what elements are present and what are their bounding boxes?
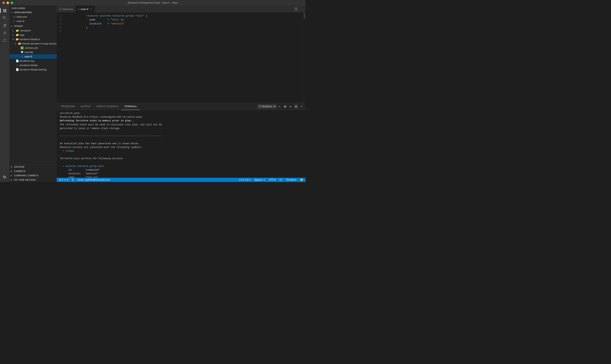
tabs-bar: ⬡ Welcome ♦ main.tf × ⋯ <box>57 5 306 13</box>
kitchen-label: kitchen-terraform-myrg-ubuntu <box>22 42 57 45</box>
sidebar-panel-commits[interactable]: ▸ COMMITS <box>10 169 57 173</box>
minimize-button[interactable] <box>6 1 9 4</box>
terminal-tab-output[interactable]: OUTPUT <box>78 103 94 110</box>
error-icon: ⊗ <box>59 179 61 181</box>
tree-item-gemfile[interactable]: ▸ 💎 Gemfile <box>10 50 57 54</box>
line-ending-label: LF <box>279 179 282 181</box>
open-editor-main-tf[interactable]: ♦ main.tf <box>10 19 57 23</box>
azure-label: Azure: rguthrie@microsoft.com <box>77 179 110 181</box>
folder-icon: 📁 <box>16 29 19 32</box>
add-terminal-button[interactable]: + <box>277 104 282 109</box>
status-line-ending[interactable]: LF <box>279 179 283 181</box>
sidebar: EXPLORER ▾ OPEN EDITORS ⬡ Welcome ♦ main… <box>10 5 57 182</box>
warning-icon: ⚠ <box>64 179 66 181</box>
terminal-controls: 2: Terraform + 🗑 ∧ × <box>257 104 304 109</box>
sidebar-item-explorer[interactable] <box>1 7 8 14</box>
activity-bar <box>0 5 10 182</box>
status-position[interactable]: Ln 5, Col 1 <box>238 179 251 181</box>
explorer-title: EXPLORER <box>10 5 57 10</box>
terminal-tab-debug[interactable]: DEBUG CONSOLE <box>94 103 121 110</box>
scrollbar-thumb <box>304 13 305 19</box>
sidebar-item-git[interactable] <box>1 22 8 29</box>
tab-close-button[interactable]: × <box>89 7 93 11</box>
term-line-3: Refreshing Terraform state in-memory pri… <box>60 119 302 123</box>
sidebar-bottom-panels: ▸ DOCKER ▸ COMMITS ▸ COMPARE COMMITS ▸ I… <box>10 165 57 182</box>
code-editor-wrapper: 1 resource azurerm_resource_group "test"… <box>57 13 306 103</box>
tree-item-main-tf-selected[interactable]: ▸ ♦ main.tf <box>10 54 57 59</box>
problems-tab-label: PROBLEMS <box>61 105 75 108</box>
tab-welcome[interactable]: ⬡ Welcome <box>57 5 76 13</box>
terraform-file-icon: ♦ <box>13 20 16 23</box>
status-language[interactable]: Terraform <box>285 179 297 181</box>
iot-hub-devices-label: IOT HUB DEVICES <box>14 179 36 181</box>
kill-terminal-button[interactable]: 🗑 <box>283 104 287 109</box>
chevron-down-icon-3: ▾ <box>15 42 17 45</box>
status-encoding[interactable]: UTF-8 <box>268 179 276 181</box>
status-lightning[interactable]: ⚡ <box>70 179 75 181</box>
folder-open-icon-2: 📂 <box>18 42 21 45</box>
scroll-up-button[interactable]: ∧ <box>288 104 293 109</box>
tree-item-logs[interactable]: ▸ 📁 logs <box>10 33 57 37</box>
line-number-2: 2 <box>57 18 65 22</box>
tree-item-terraform-dir[interactable]: ▸ 📁 .terraform <box>10 28 57 33</box>
tftest-header[interactable]: ▾ TFTEST <box>10 24 57 28</box>
sidebar-panel-docker[interactable]: ▸ DOCKER <box>10 165 57 169</box>
tree-item-kitchen[interactable]: ▾ 📂 kitchen-terraform-myrg-ubuntu <box>10 41 57 46</box>
tfstate-backup-label: terraform.tfstate.backup <box>20 68 47 71</box>
term-line-resource: + azurerm_resource_group.test <box>60 165 302 168</box>
tree-item-tf-log[interactable]: ▸ 📄 terraform.log <box>10 59 57 63</box>
settings-button[interactable] <box>1 173 8 181</box>
close-button[interactable] <box>2 1 5 4</box>
file-tree: ▾ OPEN EDITORS ⬡ Welcome ♦ main.tf ▾ TFT… <box>10 10 57 165</box>
svg-rect-1 <box>295 8 296 11</box>
status-spaces[interactable]: Spaces: 2 <box>253 179 266 181</box>
tree-item-tfstate-backup[interactable]: ▸ 📄 terraform.tfstate.backup <box>10 67 57 72</box>
sidebar-panel-compare-commits[interactable]: ▸ COMPARE COMMITS <box>10 173 57 178</box>
line-number-3: 3 <box>57 22 65 26</box>
terminal-selector[interactable]: 2: Terraform <box>257 104 276 108</box>
svg-rect-4 <box>296 105 297 108</box>
tree-item-kitchen-yml[interactable]: ▸ 🟩 .kitchen.yml <box>10 46 57 50</box>
close-terminal-button[interactable]: × <box>299 104 304 109</box>
open-editor-welcome[interactable]: ⬡ Welcome <box>10 14 57 19</box>
maximize-button[interactable] <box>11 1 13 4</box>
encoding-label: UTF-8 <box>269 179 276 181</box>
terraform-dir-label: .terraform <box>20 29 31 32</box>
sidebar-item-extensions[interactable] <box>1 29 8 37</box>
more-actions-button[interactable]: ⋯ <box>300 6 305 12</box>
terminal-body[interactable]: terraform plan Richards-MacBook-Pro:tfte… <box>57 110 306 178</box>
tfstate-label: terraform.tfstate <box>20 64 38 67</box>
status-smiley[interactable]: 😊 <box>299 179 304 181</box>
tftest-label: TFTEST <box>14 25 23 27</box>
smiley-icon: 😊 <box>300 179 303 181</box>
terminal-tab-terminal[interactable]: TERMINAL <box>121 103 140 110</box>
svg-rect-3 <box>295 105 296 108</box>
iot-chevron-icon: ▸ <box>11 179 13 181</box>
sidebar-panel-iot-hub-devices[interactable]: ▸ IOT HUB DEVICES <box>10 178 57 182</box>
term-line-4: The refreshed state will be used to calc… <box>60 123 302 127</box>
lightning-icon: ⚡ <box>71 179 74 181</box>
log-icon: 📄 <box>16 59 19 62</box>
term-line-1: terraform plan <box>60 112 302 115</box>
terminal-tab-problems[interactable]: PROBLEMS <box>58 103 78 110</box>
term-line-6: An execution plan has been generated and… <box>60 142 302 146</box>
code-editor[interactable]: 1 resource azurerm_resource_group "test"… <box>57 13 303 103</box>
logs-label: logs <box>20 33 24 36</box>
sidebar-item-remote[interactable] <box>1 37 8 44</box>
sidebar-item-search[interactable] <box>1 14 8 22</box>
tab-main-tf[interactable]: ♦ main.tf × <box>76 5 95 13</box>
tree-item-tfstate-d[interactable]: ▾ 📂 terraform.tfstate.d <box>10 37 57 41</box>
status-azure[interactable]: Azure: rguthrie@microsoft.com <box>77 179 111 181</box>
tree-item-tfstate[interactable]: ▸ ♦ terraform.tfstate <box>10 63 57 67</box>
docker-label: DOCKER <box>14 166 25 168</box>
open-editors-header[interactable]: ▾ OPEN EDITORS <box>10 10 57 14</box>
status-errors[interactable]: ⊗ 0 ⚠ 0 <box>58 179 69 181</box>
tab-main-tf-label: main.tf <box>80 8 88 11</box>
editor-scrollbar[interactable] <box>303 13 306 103</box>
status-bar-right: Ln 5, Col 1 Spaces: 2 UTF-8 LF Terraform… <box>238 179 304 181</box>
editor-content: 1 resource azurerm_resource_group "test"… <box>57 13 306 178</box>
open-editor-main-tf-label: main.tf <box>16 20 24 23</box>
split-editor-button[interactable] <box>293 6 299 12</box>
tf-icon-selected: ♦ <box>20 55 24 58</box>
split-terminal-button[interactable] <box>294 104 298 109</box>
